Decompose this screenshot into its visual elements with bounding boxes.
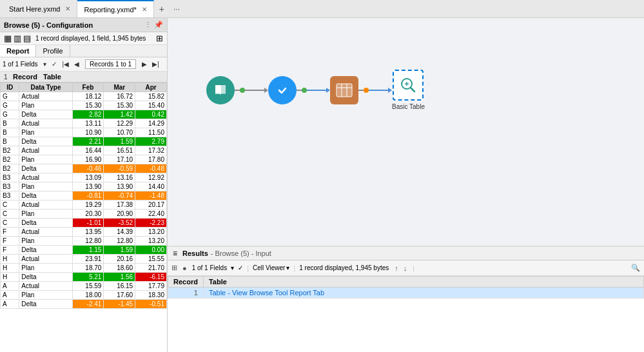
cell-type: Delta <box>19 246 72 255</box>
res-cell-table[interactable]: Table - View Browse Tool Report Tab <box>203 288 643 298</box>
cell-id: C <box>1 219 19 228</box>
right-panel: Basic Table ≡ Results - Browse (5) - Inp… <box>168 18 644 352</box>
cell-apr: 20.17 <box>135 200 167 210</box>
cell-apr: 18.30 <box>135 291 167 300</box>
res-cell-record: 1 <box>168 288 204 298</box>
results-table: Record Table 1 Table - View Browse Tool … <box>168 276 644 352</box>
cell-mar: 12.80 <box>104 237 135 246</box>
cell-apr: -1.48 <box>135 191 167 200</box>
check-icon[interactable] <box>268 76 297 104</box>
cell-mar: -0.59 <box>104 164 135 173</box>
node-check[interactable] <box>268 76 297 104</box>
table-row: F Actual 13.95 14.39 13.20 <box>1 228 167 237</box>
tab-reporting[interactable]: Reporting.yxmd* ✕ <box>77 0 153 17</box>
panel-pin-icon[interactable]: 📌 <box>154 21 163 29</box>
cell-type: Delta <box>19 110 72 119</box>
results-search-icon[interactable]: 🔍 <box>631 264 640 272</box>
panel-tabs: Report Profile <box>0 45 167 57</box>
cell-apr: 15.40 <box>135 101 167 110</box>
view-icon-grid1[interactable]: ▦ <box>4 34 12 43</box>
node-table[interactable] <box>330 76 358 104</box>
res-table: Record Table 1 Table - View Browse Tool … <box>168 276 644 298</box>
table-row: C Plan 20.30 20.90 22.40 <box>1 210 167 219</box>
section-table-label: Record Table <box>13 73 61 81</box>
results-check[interactable]: ✓ <box>238 264 243 271</box>
last-btn[interactable]: ▶| <box>150 60 161 68</box>
view-icon-grid2[interactable]: ▥ <box>14 34 21 43</box>
cell-feb: -1.01 <box>72 219 104 228</box>
results-title: Results <box>182 249 208 257</box>
cell-type: Delta <box>19 191 72 200</box>
cell-apr: 21.70 <box>135 264 167 273</box>
node-input[interactable] <box>206 76 235 104</box>
cell-id: B2 <box>1 155 19 164</box>
input-icon[interactable] <box>206 76 235 104</box>
cell-apr: 13.20 <box>135 237 167 246</box>
section-row-num: 1 <box>4 73 13 81</box>
cell-type: Delta <box>19 219 72 228</box>
cell-id: B3 <box>1 191 19 200</box>
cell-feb: 13.95 <box>72 228 104 237</box>
results-down-btn[interactable]: ↓ <box>402 264 409 273</box>
cell-mar: 13.16 <box>104 173 135 182</box>
table-icon[interactable] <box>330 76 358 104</box>
browse-icon[interactable] <box>393 70 424 101</box>
res-col-table: Table <box>203 277 643 288</box>
cell-apr: -2.23 <box>135 219 167 228</box>
node-browse[interactable]: Basic Table <box>392 70 425 110</box>
tab-start-here-close[interactable]: ✕ <box>65 5 70 12</box>
cell-mar: -3.52 <box>104 219 135 228</box>
tab-reporting-close[interactable]: ✕ <box>142 6 147 13</box>
check-btn[interactable]: ✓ <box>50 60 59 68</box>
tab-start-here[interactable]: Start Here.yxmd ✕ <box>3 0 77 17</box>
cell-mar: 17.10 <box>104 155 135 164</box>
cell-type: Actual <box>19 200 72 210</box>
section-header: 1 Record Table <box>0 72 167 83</box>
results-rows-icon: ⊞ <box>171 264 177 272</box>
cell-id: B <box>1 137 19 146</box>
cell-type: Plan <box>19 264 72 273</box>
cell-id: G <box>1 101 19 110</box>
cell-apr: 17.79 <box>135 282 167 291</box>
cell-id: B2 <box>1 164 19 173</box>
cell-feb: 19.29 <box>72 200 104 210</box>
cell-feb: 2.82 <box>72 110 104 119</box>
dropdown-btn[interactable]: ▾ <box>41 60 48 68</box>
cell-type: Delta <box>19 137 72 146</box>
table-row: H Plan 18.70 18.60 21.70 <box>1 264 167 273</box>
cell-type: Delta <box>19 273 72 282</box>
cell-feb: -0.81 <box>72 191 104 200</box>
cell-apr: 2.79 <box>135 137 167 146</box>
cell-feb: 13.09 <box>72 173 104 182</box>
tab-more-button[interactable]: ··· <box>170 5 184 14</box>
first-btn[interactable]: |◀ <box>60 60 71 68</box>
cell-id: C <box>1 210 19 219</box>
tab-add-button[interactable]: + <box>154 4 170 14</box>
tab-profile[interactable]: Profile <box>36 45 70 57</box>
cell-type: Actual <box>19 119 72 128</box>
cell-mar: 12.29 <box>104 119 135 128</box>
list-item[interactable]: 1 Table - View Browse Tool Report Tab <box>168 288 644 298</box>
panel-icons: ⋮ 📌 <box>144 21 163 29</box>
cell-id: H <box>1 255 19 264</box>
results-up-btn[interactable]: ↑ <box>393 264 400 273</box>
cell-apr: 15.55 <box>135 255 167 264</box>
canvas-area[interactable]: Basic Table <box>168 18 644 246</box>
expand-icon[interactable]: ⊞ <box>156 34 163 43</box>
cell-id: A <box>1 282 19 291</box>
panel-menu-icon[interactable]: ⋮ <box>144 21 151 29</box>
next-btn[interactable]: ▶ <box>140 60 149 68</box>
cell-apr: -0.48 <box>135 164 167 173</box>
results-fields-dropdown[interactable]: ▾ <box>231 264 234 271</box>
browse-label: Basic Table <box>392 103 425 110</box>
tab-report[interactable]: Report <box>0 45 36 57</box>
table-row: G Delta 2.82 1.42 0.42 <box>1 110 167 119</box>
cell-type: Actual <box>19 228 72 237</box>
cell-mar: 1.59 <box>104 246 135 255</box>
prev-btn[interactable]: ◀ <box>72 60 81 68</box>
cell-type: Actual <box>19 173 72 182</box>
results-cell-viewer[interactable]: Cell Viewer ▾ <box>253 264 289 271</box>
main-layout: Browse (5) - Configuration ⋮ 📌 ▦ ▥ ▤ 1 r… <box>0 18 644 352</box>
cell-id: G <box>1 92 19 101</box>
view-icon-grid3[interactable]: ▤ <box>23 34 31 43</box>
